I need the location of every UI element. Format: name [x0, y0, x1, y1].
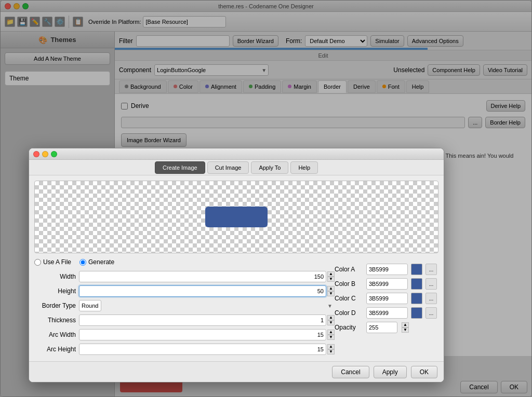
width-label: Width [34, 273, 76, 280]
arc-height-increment[interactable]: ▲ [327, 344, 335, 349]
thickness-input-wrapper: ▲ ▼ [79, 314, 335, 326]
height-decrement[interactable]: ▼ [327, 291, 335, 296]
dialog-tab-help-label: Help [298, 165, 310, 171]
color-a-picker-button[interactable]: ... [425, 264, 437, 275]
opacity-label: Opacity [335, 324, 363, 331]
image-preview-area [34, 181, 438, 253]
color-c-swatch[interactable] [411, 293, 422, 304]
dialog-tab-create-image[interactable]: Create Image [155, 161, 205, 174]
width-input[interactable] [79, 271, 326, 282]
dialog-right-panel: Color A ... Color B ... Color C [335, 258, 438, 358]
border-type-label: Border Type [34, 302, 76, 309]
color-b-input[interactable] [366, 278, 408, 290]
height-input-wrapper: ▲ ▼ [79, 285, 335, 297]
border-type-select-wrapper: Round ▼ [79, 300, 335, 311]
color-d-picker-button[interactable]: ... [425, 307, 437, 319]
thickness-input[interactable] [79, 314, 326, 326]
arc-height-spinner: ▲ ▼ [327, 344, 335, 354]
thickness-row: Thickness ▲ ▼ [34, 314, 335, 326]
generate-radio[interactable] [79, 259, 86, 266]
dialog-tabs: Create Image Cut Image Apply To Help [29, 160, 444, 175]
border-type-select[interactable]: Round [79, 300, 101, 311]
color-b-picker-button[interactable]: ... [425, 278, 437, 290]
height-input[interactable] [79, 285, 326, 297]
color-c-row: Color C ... [335, 293, 438, 304]
arc-width-decrement[interactable]: ▼ [327, 335, 335, 340]
arc-width-input-wrapper: ▲ ▼ [79, 329, 335, 340]
arc-height-decrement[interactable]: ▼ [327, 349, 335, 354]
arc-height-input[interactable] [79, 344, 326, 355]
color-d-swatch[interactable] [411, 307, 422, 319]
color-d-input[interactable] [366, 307, 408, 319]
thickness-spinner: ▲ ▼ [327, 315, 335, 325]
thickness-decrement[interactable]: ▼ [327, 320, 335, 325]
dialog-tab-cut-image-label: Cut Image [215, 165, 242, 171]
image-border-dialog: Create Image Cut Image Apply To Help [29, 148, 444, 382]
dialog-left-panel: Use A File Generate Width ▲ ▼ [34, 258, 335, 358]
use-file-option: Use A File [34, 258, 71, 266]
width-spinner: ▲ ▼ [327, 271, 335, 282]
arc-height-row: Arc Height ▲ ▼ [34, 344, 335, 355]
preview-button-shape [205, 207, 268, 227]
color-c-input[interactable] [366, 293, 408, 304]
thickness-increment[interactable]: ▲ [327, 315, 335, 320]
arc-height-input-wrapper: ▲ ▼ [79, 344, 335, 355]
width-decrement[interactable]: ▼ [327, 277, 335, 282]
dialog-overlay: Create Image Cut Image Apply To Help [0, 0, 532, 397]
color-a-swatch[interactable] [411, 264, 422, 275]
color-a-input[interactable] [366, 264, 408, 275]
use-file-label: Use A File [43, 258, 71, 266]
dialog-tab-apply-to-label: Apply To [259, 165, 281, 171]
color-a-row: Color A ... [335, 264, 438, 275]
dialog-body: Use A File Generate Width ▲ ▼ [29, 258, 444, 361]
arc-width-increment[interactable]: ▲ [327, 330, 335, 335]
color-b-row: Color B ... [335, 278, 438, 290]
dialog-bottom-bar: Cancel Apply OK [29, 361, 444, 382]
dialog-close-button[interactable] [33, 151, 39, 157]
arc-width-spinner: ▲ ▼ [327, 330, 335, 340]
arc-width-row: Arc Width ▲ ▼ [34, 329, 335, 340]
opacity-increment[interactable]: ▲ [402, 322, 409, 327]
width-input-wrapper: ▲ ▼ [79, 271, 335, 282]
width-row: Width ▲ ▼ [34, 271, 335, 282]
arc-width-input[interactable] [79, 329, 326, 340]
opacity-decrement[interactable]: ▼ [402, 327, 409, 333]
opacity-row: Opacity ▲ ▼ [335, 322, 438, 333]
dialog-tab-cut-image[interactable]: Cut Image [207, 161, 249, 174]
dialog-title-bar [29, 148, 444, 160]
color-d-row: Color D ... [335, 307, 438, 319]
color-c-label: Color C [335, 295, 363, 302]
color-b-label: Color B [335, 280, 363, 288]
dialog-apply-button[interactable]: Apply [374, 366, 407, 378]
color-c-picker-button[interactable]: ... [425, 293, 437, 304]
dialog-maximize-button[interactable] [51, 151, 57, 157]
use-file-radio[interactable] [34, 259, 41, 266]
dialog-cancel-button[interactable]: Cancel [332, 366, 369, 378]
arc-width-label: Arc Width [34, 331, 76, 338]
height-increment[interactable]: ▲ [327, 286, 335, 291]
height-row: Height ▲ ▼ [34, 285, 335, 297]
height-label: Height [34, 288, 76, 295]
arc-height-label: Arc Height [34, 346, 76, 353]
border-type-row: Border Type Round ▼ [34, 300, 335, 311]
generate-label: Generate [88, 258, 114, 266]
source-radio-row: Use A File Generate [34, 258, 335, 266]
color-a-label: Color A [335, 266, 363, 273]
opacity-spinner: ▲ ▼ [402, 322, 409, 333]
width-increment[interactable]: ▲ [327, 271, 335, 277]
dialog-window-controls [33, 151, 57, 157]
height-spinner: ▲ ▼ [327, 286, 335, 296]
generate-option: Generate [79, 258, 114, 266]
thickness-label: Thickness [34, 317, 76, 324]
dialog-tab-create-image-label: Create Image [163, 165, 197, 171]
dialog-tab-apply-to[interactable]: Apply To [251, 161, 288, 174]
dialog-minimize-button[interactable] [42, 151, 48, 157]
color-d-label: Color D [335, 309, 363, 317]
opacity-input[interactable] [366, 322, 397, 333]
dialog-tab-help[interactable]: Help [290, 161, 318, 174]
color-section: Color A ... Color B ... Color C [335, 264, 438, 333]
dialog-ok-button[interactable]: OK [411, 366, 437, 378]
color-b-swatch[interactable] [411, 278, 422, 290]
border-type-arrow-icon: ▼ [327, 303, 332, 309]
